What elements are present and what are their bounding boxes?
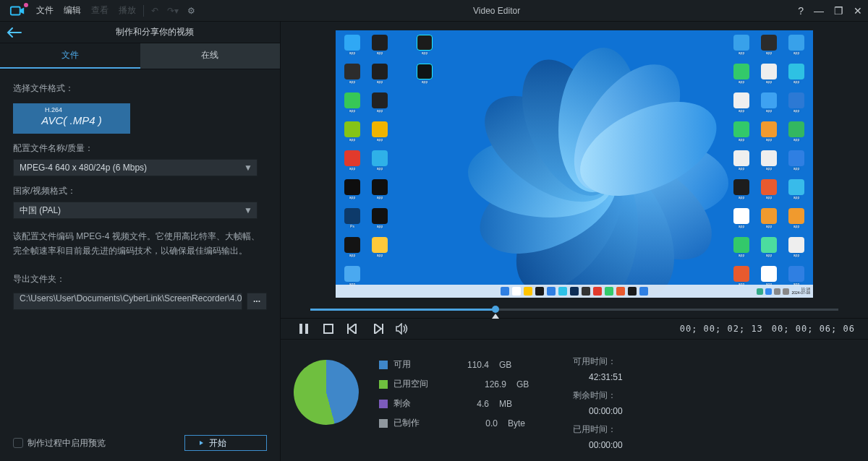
- taskbar: 11:182024-07-08: [336, 285, 813, 298]
- legend-remaining-value: 4.6: [446, 399, 489, 409]
- total-time: 00; 00; 06; 06: [772, 324, 855, 334]
- codec-small: H.264: [45, 106, 62, 113]
- legend-produced-label: 已制作: [393, 417, 420, 429]
- elapsed-time-label: 已用时间：: [573, 423, 623, 436]
- next-frame-button[interactable]: [367, 319, 388, 339]
- left-header-title: 制作和分享你的视频: [29, 26, 280, 38]
- minimize-icon[interactable]: —: [814, 5, 824, 17]
- app-logo: [6, 2, 29, 20]
- export-path-input[interactable]: C:\Users\User\Documents\CyberLink\Screen…: [13, 293, 242, 310]
- menu-edit[interactable]: 编辑: [64, 4, 81, 17]
- avail-time-label: 可用时间：: [573, 356, 623, 368]
- legend-remaining-unit: MB: [499, 399, 521, 409]
- export-label: 导出文件夹：: [13, 273, 267, 285]
- play-icon: [200, 441, 203, 445]
- disk-panel: 可用 110.4 GB 已用空间 126.9 GB 剩余 4.6 MB: [281, 340, 868, 461]
- preview-area: app app app app app app Ps app app app a…: [281, 22, 868, 319]
- svg-rect-0: [11, 7, 20, 14]
- prev-frame-button[interactable]: [343, 319, 363, 339]
- enable-preview-label: 制作过程中启用预览: [27, 437, 106, 449]
- tab-online[interactable]: 在线: [140, 43, 281, 69]
- legend-produced-unit: Byte: [508, 418, 529, 428]
- title-bar: 文件 编辑 查看 播放 ↶ ↷▾ ⚙ Video Editor ? — ❐ ✕: [0, 0, 868, 22]
- main-menu: 文件 编辑 查看 播放: [36, 4, 136, 17]
- menu-file[interactable]: 文件: [36, 4, 54, 17]
- app-title: Video Editor: [195, 6, 798, 16]
- gear-icon[interactable]: ⚙: [187, 6, 195, 16]
- region-label: 国家/视频格式：: [13, 185, 267, 197]
- legend-produced-value: 0.0: [454, 418, 498, 428]
- preview-frame: app app app app app app Ps app app app a…: [336, 30, 813, 298]
- avail-time-value: 42:31:51: [589, 372, 623, 382]
- region-select[interactable]: 中国 (PAL) ▼: [13, 202, 258, 219]
- legend-remaining-label: 剩余: [393, 397, 411, 410]
- tab-file[interactable]: 文件: [0, 43, 140, 69]
- region-value: 中国 (PAL): [20, 204, 61, 217]
- volume-button[interactable]: [392, 319, 412, 339]
- timeline-scrubber[interactable]: [310, 301, 838, 318]
- stop-button[interactable]: [318, 319, 339, 339]
- pause-button[interactable]: [294, 319, 314, 339]
- start-button-label: 开始: [209, 437, 226, 449]
- svg-rect-2: [305, 324, 308, 334]
- format-main-text: AVC( .MP4 ): [41, 114, 101, 126]
- current-time: 00; 00; 02; 13: [680, 324, 763, 334]
- disk-pie-chart: [294, 360, 359, 425]
- legend-used-unit: GB: [516, 379, 538, 389]
- legend-used-value: 126.9: [463, 379, 506, 389]
- profile-description: 该配置文件编码 MPEG-4 视频文件。它使用高比特率、大帧幅、完全帧速率和目前…: [13, 229, 267, 259]
- elapsed-time-value: 00:00:00: [589, 440, 623, 450]
- help-icon[interactable]: ?: [798, 5, 804, 17]
- left-panel: 制作和分享你的视频 文件 在线 选择文件格式： H.264 AVC( .MP4 …: [0, 22, 281, 461]
- menu-view: 查看: [91, 4, 109, 17]
- profile-select[interactable]: MPEG-4 640 x 480/24p (6 Mbps) ▼: [13, 159, 258, 176]
- legend-available-label: 可用: [393, 358, 411, 371]
- browse-button[interactable]: ···: [247, 293, 267, 310]
- chevron-down-icon: ▼: [244, 163, 252, 173]
- disk-legend: 可用 110.4 GB 已用空间 126.9 GB 剩余 4.6 MB: [379, 358, 538, 453]
- back-button[interactable]: [0, 22, 29, 43]
- remain-time-value: 00:00:00: [589, 406, 623, 416]
- svg-rect-5: [382, 324, 383, 334]
- legend-used-label: 已用空间: [393, 378, 428, 390]
- maximize-icon[interactable]: ❐: [834, 5, 843, 17]
- menu-play: 播放: [119, 4, 136, 17]
- chevron-down-icon: ▼: [244, 205, 252, 215]
- format-label: 选择文件格式：: [13, 82, 267, 95]
- svg-rect-1: [299, 324, 302, 334]
- svg-rect-4: [347, 324, 349, 334]
- playback-controls: 00; 00; 02; 13 00; 00; 06; 06: [281, 319, 868, 340]
- undo-icon: ↶: [151, 6, 158, 16]
- start-button[interactable]: 开始: [184, 435, 267, 451]
- remain-time-label: 剩余时间：: [573, 389, 623, 402]
- format-select-button[interactable]: H.264 AVC( .MP4 ): [13, 103, 130, 134]
- legend-available-unit: GB: [499, 360, 521, 370]
- redo-dropdown-icon: ↷▾: [167, 6, 179, 16]
- close-icon[interactable]: ✕: [854, 5, 862, 17]
- enable-preview-checkbox[interactable]: [13, 438, 23, 448]
- time-info: 可用时间： 42:31:51 剩余时间： 00:00:00 已用时间： 00:0…: [573, 356, 623, 453]
- legend-available-value: 110.4: [446, 360, 489, 370]
- profile-label: 配置文件名称/质量：: [13, 142, 267, 155]
- profile-value: MPEG-4 640 x 480/24p (6 Mbps): [20, 163, 147, 173]
- svg-rect-3: [324, 324, 333, 333]
